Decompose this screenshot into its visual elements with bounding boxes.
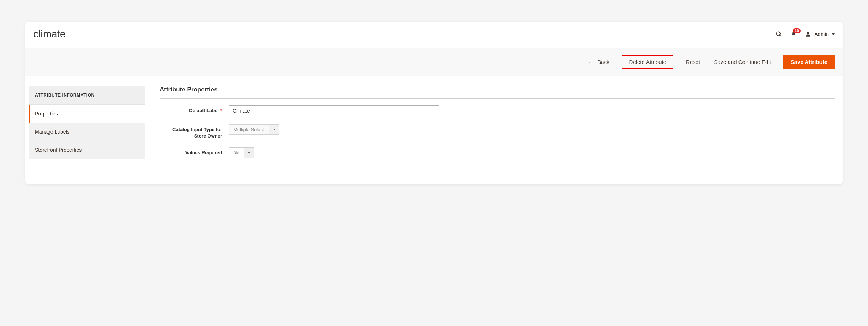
select-toggle <box>269 125 279 134</box>
arrow-left-icon: ← <box>588 59 594 65</box>
values-required-select[interactable]: No <box>229 147 254 158</box>
required-asterisk: * <box>220 108 222 113</box>
notification-badge: 15 <box>793 28 801 33</box>
admin-label: Admin <box>814 31 829 37</box>
field-label: Catalog Input Type for Store Owner <box>160 124 229 139</box>
page-title: climate <box>33 28 66 40</box>
sidebar-item-manage-labels[interactable]: Manage Labels <box>29 123 145 141</box>
sidebar-heading: ATTRIBUTE INFORMATION <box>29 86 145 105</box>
catalog-input-type-select[interactable]: Multiple Select <box>229 124 279 135</box>
sidebar-item-label: Storefront Properties <box>35 147 82 153</box>
chevron-down-icon <box>247 152 250 154</box>
page-header: climate 15 Admin <box>25 22 843 48</box>
chevron-down-icon <box>273 129 276 130</box>
field-label: Values Required <box>160 147 229 156</box>
sidebar-item-storefront-properties[interactable]: Storefront Properties <box>29 141 145 159</box>
svg-point-2 <box>807 32 809 34</box>
sidebar-item-label: Manage Labels <box>35 129 70 135</box>
user-icon <box>805 31 811 37</box>
header-actions: 15 Admin <box>775 30 835 38</box>
back-label: Back <box>597 59 609 65</box>
sidebar-item-label: Properties <box>35 111 58 117</box>
field-catalog-input-type: Catalog Input Type for Store Owner Multi… <box>160 124 835 139</box>
field-default-label: Default Label* <box>160 105 835 116</box>
sidebar: ATTRIBUTE INFORMATION Properties Manage … <box>29 86 145 166</box>
main-panel: Attribute Properties Default Label* Cata… <box>160 86 835 166</box>
action-toolbar: ← Back Delete Attribute Reset Save and C… <box>25 48 843 76</box>
app-window: climate 15 Admin ← Back Delete Attribute… <box>25 22 843 184</box>
search-icon[interactable] <box>775 30 782 38</box>
chevron-down-icon <box>832 33 835 35</box>
content-area: ATTRIBUTE INFORMATION Properties Manage … <box>25 76 843 170</box>
select-value: No <box>229 148 244 158</box>
notifications-icon[interactable]: 15 <box>790 31 797 37</box>
default-label-input[interactable] <box>229 105 439 116</box>
field-values-required: Values Required No <box>160 147 835 158</box>
save-continue-button[interactable]: Save and Continue Edit <box>712 56 773 68</box>
svg-line-1 <box>780 35 781 37</box>
reset-button[interactable]: Reset <box>684 56 701 68</box>
save-attribute-button[interactable]: Save Attribute <box>783 55 835 69</box>
sidebar-item-properties[interactable]: Properties <box>29 105 145 123</box>
back-button[interactable]: ← Back <box>586 56 611 68</box>
select-value: Multiple Select <box>229 125 269 134</box>
delete-attribute-button[interactable]: Delete Attribute <box>622 55 673 69</box>
field-label: Default Label* <box>160 105 229 114</box>
section-title: Attribute Properties <box>160 86 835 99</box>
svg-point-0 <box>777 32 781 36</box>
select-toggle <box>244 148 254 158</box>
admin-account-menu[interactable]: Admin <box>805 31 835 37</box>
